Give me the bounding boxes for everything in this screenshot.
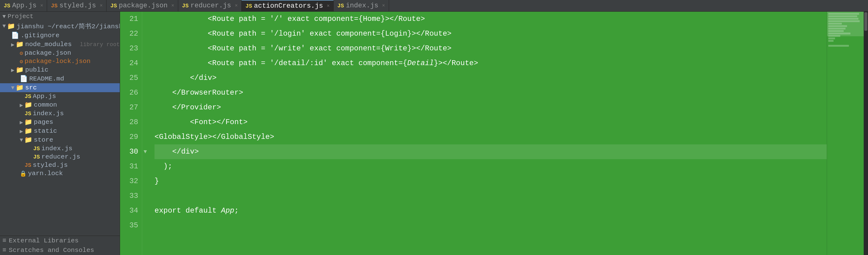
minimap-line	[828, 45, 849, 47]
tab-styled-js[interactable]: JS styled.js ×	[47, 0, 106, 11]
fold-gutter: ▼	[142, 12, 148, 255]
minimap-line	[828, 13, 859, 15]
tab-close-package-json[interactable]: ×	[172, 3, 175, 9]
js-icon: JS	[337, 3, 344, 9]
external-libraries-item[interactable]: ≡ External Libraries	[0, 236, 120, 246]
line-num-21: 21	[120, 12, 142, 27]
line-numbers: 21 22 23 24 25 26 27 28 29 30 31 32 33 3…	[120, 12, 142, 255]
tree-label: static	[34, 128, 120, 135]
tree-label: .gitignore	[21, 32, 120, 39]
tree-label: src	[25, 84, 120, 91]
right-scrollbar[interactable]	[864, 12, 868, 255]
tab-label: reducer.js	[190, 2, 231, 9]
expand-arrow: ▶	[11, 41, 14, 48]
fold-icon-32	[142, 174, 148, 189]
tab-reducer-js[interactable]: JS reducer.js ×	[178, 0, 242, 11]
code-line-26: </BrowserRouter>	[155, 85, 827, 100]
tab-close-index-js[interactable]: ×	[382, 3, 385, 9]
line-num-30: 30	[120, 144, 142, 159]
code-line-24: <Route path = '/detail/:id' exact compon…	[155, 56, 827, 71]
tree-readme[interactable]: 📄 README.md	[0, 74, 120, 83]
tab-close-reducer-js[interactable]: ×	[235, 3, 238, 9]
tree-label: pages	[34, 119, 120, 126]
expand-arrow: ▶	[20, 119, 23, 126]
line-num-24: 24	[120, 56, 142, 71]
tab-close-styled-js[interactable]: ×	[100, 3, 103, 9]
tree-pages[interactable]: ▶ 📁 pages	[0, 118, 120, 126]
folder-icon: 📁	[16, 84, 24, 92]
tab-label: styled.js	[59, 2, 96, 9]
tree-common[interactable]: ▶ 📁 common	[0, 101, 120, 109]
sidebar: ▼ Project ▼ 📁 jianshu ~/react/简书2/jiansh…	[0, 12, 120, 255]
tree-package-lock-json[interactable]: ⚙ package-lock.json	[0, 57, 120, 66]
line-num-33: 33	[120, 189, 142, 204]
fold-icon-33	[142, 189, 148, 204]
line-num-25: 25	[120, 71, 142, 85]
js-file-icon: JS	[33, 146, 40, 152]
line-num-32: 32	[120, 174, 142, 189]
file-icon: 📄	[20, 75, 28, 83]
minimap-line	[828, 35, 840, 37]
tree-package-json[interactable]: ⚙ package.json	[0, 49, 120, 57]
minimap-line	[828, 30, 844, 32]
tree-store-index[interactable]: JS index.js	[0, 144, 120, 153]
tab-label: package.json	[119, 2, 167, 9]
tree-src[interactable]: ▼ 📁 src	[0, 83, 120, 92]
minimap	[827, 12, 864, 255]
code-line-28: <Font></Font>	[155, 115, 827, 130]
code-lines[interactable]: <Route path = '/' exact component={Home}…	[148, 12, 827, 255]
minimap-line	[828, 20, 860, 22]
fold-icon-21	[142, 12, 148, 27]
tab-close-app-js[interactable]: ×	[40, 3, 43, 9]
tree-index-js[interactable]: JS index.js	[0, 109, 120, 118]
tree-node-modules[interactable]: ▶ 📁 node_modules library root	[0, 40, 120, 49]
code-line-33	[155, 189, 827, 204]
js-icon: JS	[4, 3, 10, 9]
fold-icon-27	[142, 100, 148, 115]
js-file-icon: JS	[33, 154, 40, 160]
scrollbar-thumb[interactable]	[864, 12, 867, 31]
folder-icon: 📁	[24, 127, 32, 135]
js-icon: JS	[245, 3, 252, 9]
tab-close-action-creators-js[interactable]: ×	[327, 3, 330, 9]
external-libraries-label: External Libraries	[9, 237, 79, 244]
tab-bar: JS App.js × JS styled.js × JS package.js…	[0, 0, 868, 12]
code-line-22: <Route path = '/login' exact component={…	[155, 27, 827, 41]
project-arrow: ▼	[2, 13, 6, 20]
json-icon: ⚙	[20, 50, 23, 57]
code-line-32: }	[155, 174, 827, 189]
fold-icon-30: ▼	[142, 144, 148, 159]
editor-area: 21 22 23 24 25 26 27 28 29 30 31 32 33 3…	[120, 12, 868, 255]
minimap-line	[828, 33, 850, 34]
tree-label: index.js	[41, 145, 120, 152]
code-container: 21 22 23 24 25 26 27 28 29 30 31 32 33 3…	[120, 12, 868, 255]
scratches-item[interactable]: ≡ Scratches and Consoles	[0, 246, 120, 255]
js-icon: JS	[51, 3, 58, 9]
tree-styled-js[interactable]: JS styled.js	[0, 161, 120, 169]
scratches-label: Scratches and Consoles	[9, 247, 94, 254]
tree-label: public	[25, 66, 120, 73]
tree-public[interactable]: ▶ 📁 public	[0, 66, 120, 74]
tab-package-json[interactable]: JS package.json ×	[106, 0, 178, 11]
tree-label: jianshu ~/react/简书2/jianshu	[17, 22, 120, 30]
tree-store[interactable]: ▼ 📁 store	[0, 136, 120, 144]
tree-label: styled.js	[33, 161, 120, 169]
code-line-35	[155, 218, 827, 233]
tab-label: App.js	[12, 2, 37, 9]
tree-gitignore[interactable]: 📄 .gitignore	[0, 31, 120, 40]
line-num-28: 28	[120, 115, 142, 130]
js-icon: JS	[182, 3, 189, 9]
tree-root[interactable]: ▼ 📁 jianshu ~/react/简书2/jianshu	[0, 21, 120, 31]
tab-action-creators-js[interactable]: JS actionCreators.js ×	[242, 0, 334, 11]
code-line-23: <Route path = '/write' exact component={…	[155, 41, 827, 56]
tree-reducer-js[interactable]: JS reducer.js	[0, 153, 120, 161]
tree-app-js[interactable]: JS App.js	[0, 92, 120, 101]
tree-yarn-lock[interactable]: 🔒 yarn.lock	[0, 169, 120, 178]
tab-app-js[interactable]: JS App.js ×	[0, 0, 47, 11]
tree-static[interactable]: ▶ 📁 static	[0, 126, 120, 136]
folder-icon: 📁	[24, 136, 32, 144]
tree-label: README.md	[29, 75, 120, 82]
tab-index-js[interactable]: JS index.js ×	[334, 0, 389, 11]
minimap-line	[828, 40, 834, 42]
scratches-icon: ≡	[2, 247, 6, 254]
